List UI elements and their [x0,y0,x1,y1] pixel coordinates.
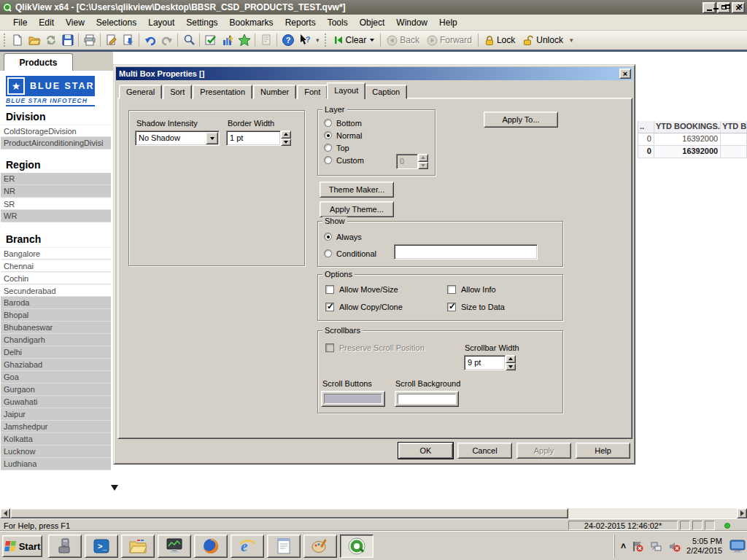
apply-theme-button[interactable]: Apply Theme... [320,201,394,217]
radio-icon[interactable] [324,131,332,139]
menu-item[interactable]: Tools [322,15,354,30]
list-item[interactable]: Bangalore [1,247,111,260]
list-item[interactable]: Kolkatta [1,433,111,446]
list-item[interactable]: Cochin [1,272,111,284]
sheet-tab-products[interactable]: Products [4,53,73,71]
layer-radio-option[interactable]: Bottom [318,117,435,129]
list-item[interactable]: Lucknow [1,446,111,458]
mdi-restore-icon[interactable] [725,4,730,9]
spin-up-button[interactable] [281,131,291,139]
radio-icon[interactable] [324,249,332,257]
dialog-tab[interactable]: General [119,85,162,99]
menu-item[interactable]: Settings [180,15,223,30]
option-checkbox[interactable]: Allow Copy/Clone [325,303,447,311]
whats-this-button[interactable]: ? [296,32,313,48]
open-button[interactable] [26,32,42,48]
toolbar-overflow-icon[interactable]: ▾ [316,36,320,44]
menu-item[interactable]: View [60,15,90,30]
undo-button[interactable] [142,32,158,48]
toolbar-overflow-icon[interactable]: ▾ [570,36,573,44]
cancel-button[interactable]: Cancel [457,443,512,459]
menu-item[interactable]: Edit [33,15,60,30]
list-item[interactable]: Ludhiana [1,458,111,470]
list-item[interactable]: Jamshedpur [1,421,111,433]
list-item[interactable]: SR [1,198,111,210]
dialog-close-button[interactable]: × [619,69,631,79]
edit-script-button[interactable] [103,32,120,48]
list-item[interactable]: Jaipur [1,408,111,421]
shadow-intensity-dropdown[interactable]: No Shadow [135,131,220,146]
scrollbar-thumb[interactable] [10,508,568,518]
menu-item[interactable]: Window [390,15,433,30]
list-item[interactable]: Goa [1,371,111,384]
notes-button[interactable] [258,32,274,48]
table-header-cell[interactable]: YTD BOOKINGS... [654,121,721,133]
menu-item[interactable]: Reports [279,15,322,30]
taskbar-notepad-button[interactable] [267,534,301,558]
border-width-spinner[interactable]: 1 pt [226,131,291,146]
unlock-button[interactable]: Unlock [519,32,567,48]
conditional-expression-input[interactable] [394,244,538,260]
dialog-tab[interactable]: Sort [163,85,192,99]
help-button[interactable]: ? [279,32,296,48]
menu-item[interactable]: Layout [142,15,180,30]
list-item[interactable]: Guwahati [1,396,111,408]
print-button[interactable] [81,32,98,48]
taskbar-file-explorer-button[interactable] [121,534,155,558]
help-button[interactable]: Help [576,443,630,459]
table-header-cell[interactable]: YTD BO [721,121,747,133]
option-checkbox[interactable]: Size to Data [447,303,562,311]
list-item[interactable]: WR [1,210,111,222]
forward-button[interactable]: Forward [423,32,476,48]
mdi-minimize-icon[interactable] [713,8,719,9]
list-item[interactable]: ER [1,173,111,185]
checkbox-icon[interactable] [325,285,334,294]
dialog-tab[interactable]: Presentation [193,85,252,99]
lock-button[interactable]: Lock [481,32,519,48]
scroll-background-color-swatch[interactable] [395,391,459,407]
checkbox-icon[interactable] [447,303,456,311]
table-header-cell[interactable]: .. [638,121,654,133]
show-desktop-icon[interactable] [729,539,746,553]
taskbar-internet-explorer-button[interactable]: e [231,534,264,558]
ok-button[interactable]: OK [398,443,453,459]
radio-icon[interactable] [324,144,332,152]
menu-item[interactable]: File [7,15,33,30]
list-item[interactable]: Delhi [1,346,111,359]
taskbar-task-manager-button[interactable] [158,534,191,558]
menu-item[interactable]: Bookmarks [224,15,279,30]
option-checkbox[interactable]: Allow Info [447,285,562,294]
network-icon[interactable] [650,540,662,553]
radio-icon[interactable] [324,233,332,241]
scroll-left-button[interactable] [0,508,10,518]
layer-radio-option[interactable]: Normal [318,129,435,141]
list-item[interactable]: ProductAirconditioningDivisi [1,137,111,149]
clear-button[interactable]: Clear [330,32,379,48]
taskbar-powershell-button[interactable]: >_ [85,534,118,558]
current-selections-button[interactable] [202,32,219,48]
option-checkbox[interactable]: Allow Move/Size [325,285,447,294]
dialog-tab[interactable]: Number [253,85,296,99]
new-document-button[interactable] [9,32,26,48]
list-item[interactable]: Gurgaon [1,384,111,396]
checkbox-icon[interactable] [325,303,334,311]
dialog-tab[interactable]: Layout [327,82,365,99]
list-item[interactable]: Secunderabad [1,284,111,297]
redo-button[interactable] [158,32,175,48]
menu-item[interactable]: Selections [90,15,142,30]
reload-button[interactable] [42,32,59,48]
list-item[interactable]: NR [1,185,111,198]
mdi-close-icon[interactable]: × [737,2,743,10]
list-item[interactable]: Bhopal [1,309,111,322]
dialog-tab[interactable]: Font [297,85,328,99]
spin-down-button[interactable] [506,363,516,371]
layer-radio-option[interactable]: Top [318,141,435,154]
taskbar-firefox-button[interactable] [194,534,228,558]
start-button[interactable]: Start [2,535,42,557]
spin-up-button[interactable] [506,355,516,363]
back-button[interactable]: Back [383,32,423,48]
menu-item[interactable]: Object [354,15,391,30]
list-item[interactable]: Chennai [1,260,111,272]
checkbox-icon[interactable] [447,285,456,294]
taskbar-paint-button[interactable] [303,534,337,558]
